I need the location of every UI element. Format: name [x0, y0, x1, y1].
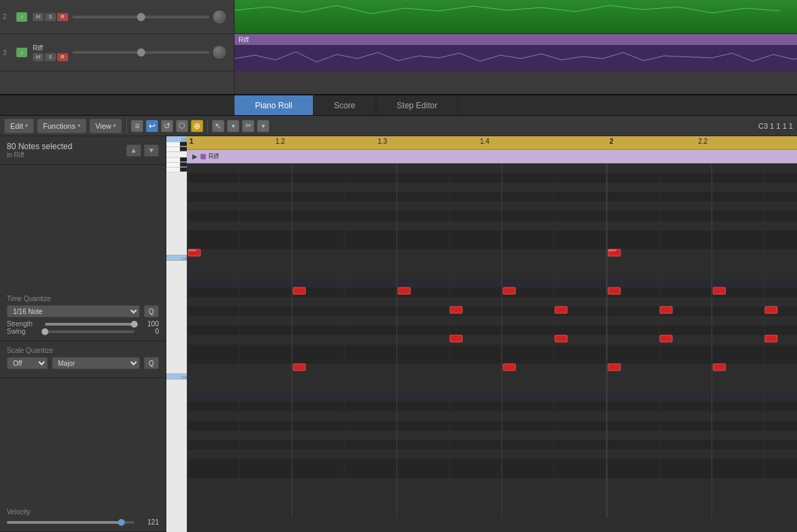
tab-step-editor[interactable]: Step Editor	[376, 95, 458, 115]
velocity-label: Velocity	[7, 508, 159, 516]
notes-arrow-down[interactable]: ▼	[144, 144, 159, 157]
svg-text:C4: C4	[181, 255, 187, 260]
velocity-thumb[interactable]	[118, 519, 125, 526]
svg-rect-13	[166, 168, 180, 172]
svg-rect-27	[187, 173, 797, 183]
ruler-mark-2: 2	[610, 138, 614, 145]
svg-rect-3	[166, 142, 180, 146]
time-quantize-q-button[interactable]: Q	[144, 305, 159, 317]
tab-score[interactable]: Score	[314, 95, 376, 115]
svg-rect-29	[187, 211, 797, 221]
panel-spacer-top	[0, 165, 166, 290]
velocity-fill	[7, 521, 121, 524]
velocity-section: Velocity 121	[0, 503, 166, 532]
region-header: ▶ Riff	[187, 150, 797, 163]
view-menu-button[interactable]: View ▾	[89, 119, 123, 134]
main-area: 80 Notes selected in Riff ▲ ▼ Time Quant…	[0, 136, 797, 532]
solo-btn-2[interactable]: S	[45, 13, 56, 21]
note-22[interactable]	[608, 364, 620, 371]
cursor-icon[interactable]: ↖	[212, 120, 224, 132]
note-8[interactable]	[713, 287, 725, 294]
svg-rect-10	[180, 162, 187, 166]
scale-off-select[interactable]: Off	[7, 357, 48, 369]
notes-in-label: in Riff	[7, 151, 72, 159]
scissors-icon[interactable]: ✂	[242, 120, 254, 132]
strength-row: Strength 100	[7, 320, 159, 328]
list-icon[interactable]: ≡	[131, 120, 143, 132]
svg-rect-28	[187, 192, 797, 202]
filter-icon[interactable]: ⬡	[176, 120, 188, 132]
functions-menu-button[interactable]: Functions ▾	[37, 119, 87, 134]
note-10[interactable]	[450, 307, 462, 313]
track-volume-3[interactable]	[72, 51, 209, 54]
time-quantize-section: Time Quantize 1/16 Note Q Strength 100 S…	[0, 290, 166, 341]
grid-body[interactable]	[187, 163, 797, 519]
svg-rect-36	[187, 354, 797, 364]
strength-slider[interactable]	[45, 323, 134, 326]
svg-rect-12	[180, 168, 187, 172]
svg-text:C3: C3	[181, 375, 187, 379]
scale-quantize-row: Off Major Q	[7, 357, 159, 369]
scale-type-select[interactable]: Major	[52, 357, 140, 369]
note-16[interactable]	[660, 335, 672, 342]
scissors-dropdown[interactable]: ▾	[257, 120, 269, 132]
rec-btn-3[interactable]: R	[57, 53, 68, 61]
swing-row: Swing 0	[7, 328, 159, 335]
rec-btn-2[interactable]: R	[57, 13, 68, 21]
note-14[interactable]	[450, 335, 462, 342]
track-pan-2[interactable]	[212, 10, 227, 25]
sep-1	[126, 119, 127, 133]
region-arrow: ▶	[192, 153, 198, 160]
back-icon[interactable]: ↩	[146, 120, 158, 132]
cursor-dropdown[interactable]: ▾	[227, 120, 239, 132]
ruler-mark-1: 1	[190, 138, 194, 145]
note-4[interactable]	[293, 287, 305, 294]
swing-thumb[interactable]	[42, 328, 48, 335]
svg-rect-34	[187, 326, 797, 335]
note-20[interactable]	[293, 364, 305, 371]
time-quantize-select[interactable]: 1/16 Note	[7, 305, 140, 317]
note-11[interactable]	[555, 307, 567, 313]
track-msb-3: M S R	[33, 53, 68, 61]
note-15[interactable]	[555, 335, 567, 342]
note-5[interactable]	[398, 287, 410, 294]
swing-slider[interactable]	[45, 330, 134, 333]
link-icon[interactable]: ⊕	[191, 120, 203, 132]
note-6[interactable]	[503, 287, 515, 294]
strength-fill	[45, 323, 134, 326]
solo-btn-3[interactable]: S	[45, 53, 56, 61]
velocity-slider[interactable]	[7, 521, 134, 524]
ruler-mark-1-3: 1.3	[378, 138, 387, 145]
note-13[interactable]	[765, 307, 777, 313]
region-icon	[200, 154, 206, 159]
velocity-value: 121	[138, 518, 159, 526]
note-17[interactable]	[765, 335, 777, 342]
notes-arrow-up[interactable]: ▲	[126, 144, 141, 157]
tab-piano-roll[interactable]: Piano Roll	[235, 95, 314, 115]
ruler: 1 1.2 1.3 1.4 2 2.2	[187, 136, 797, 150]
note-12[interactable]	[660, 307, 672, 313]
tab-spacer	[0, 95, 235, 115]
ruler-mark-1-4: 1.4	[480, 138, 490, 145]
loop-icon[interactable]: ↺	[161, 120, 173, 132]
svg-rect-11	[166, 162, 180, 167]
svg-rect-37	[187, 402, 797, 411]
left-panel: 80 Notes selected in Riff ▲ ▼ Time Quant…	[0, 136, 166, 532]
track-pan-3[interactable]	[212, 45, 227, 60]
notes-info: 80 Notes selected in Riff ▲ ▼	[0, 136, 166, 165]
mute-btn-2[interactable]: M	[33, 13, 44, 21]
track-volume-2[interactable]	[72, 16, 209, 18]
track-msb-2: M S R	[33, 13, 68, 21]
note-7[interactable]	[608, 287, 620, 294]
svg-rect-39	[187, 440, 797, 450]
scale-quantize-q-button[interactable]: Q	[144, 357, 159, 369]
svg-rect-8	[180, 157, 187, 161]
track-waveforms: Riff	[235, 0, 797, 94]
strength-thumb[interactable]	[131, 321, 138, 328]
svg-rect-33	[187, 307, 797, 316]
edit-menu-button[interactable]: Edit ▾	[4, 119, 34, 134]
note-23[interactable]	[713, 364, 725, 371]
track-row-2: 2 ♪ M S R	[0, 0, 234, 34]
note-21[interactable]	[503, 364, 515, 371]
mute-btn-3[interactable]: M	[33, 53, 44, 61]
